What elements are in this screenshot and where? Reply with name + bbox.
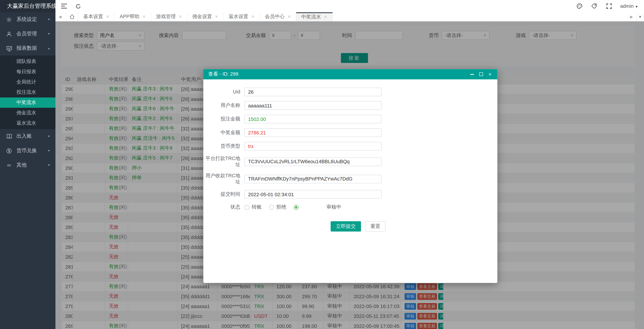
modal-body: Uid 26 用户名称 aaaaaa111 投注金额 1502.00 中奖金额 …	[203, 79, 498, 232]
submit-time-label: 提交时间	[203, 191, 244, 197]
sidebar-item-label: 货币兑换	[16, 147, 47, 154]
tab-close-icon[interactable]: ✕	[106, 14, 109, 19]
tab-label: 游戏管理	[156, 13, 176, 20]
user-trc-address-value: TRAFmDWNffKDy7nPpsyBPnPPAZYwAc7DdG	[248, 176, 352, 182]
tab-1[interactable]: APP帮助✕	[115, 12, 151, 21]
form-row-bet-amount: 投注金额 1502.00	[203, 115, 498, 123]
sidebar-item-0[interactable]: 系统设定▼	[0, 12, 56, 27]
uid-label: Uid	[203, 89, 244, 95]
sidebar-item-4[interactable]: 货币兑换▼	[0, 144, 56, 158]
tab-close-icon[interactable]: ✕	[251, 14, 254, 19]
sidebar-item-label: 系统设定	[16, 16, 47, 23]
user-trc-address-label: 用户收款TRC地址	[203, 173, 244, 185]
tab-6[interactable]: 中奖流水✕	[296, 12, 333, 21]
status-radio-group: 转账拒绝审核中	[244, 203, 341, 210]
tab-0[interactable]: 基本设置✕	[78, 12, 115, 21]
collapse-menu-icon[interactable]	[60, 2, 68, 11]
form-row-platform-trc-address: 平台打款TRC地址 TC3VvUUCxL2vRL1rLTW6eou14BBL6U…	[203, 155, 498, 168]
tab-close-icon[interactable]: ✕	[324, 15, 327, 20]
theme-palette-icon[interactable]	[575, 2, 584, 11]
platform-trc-address-input[interactable]: TC3VvUUCxL2vRL1rLTW6eou14BBL6UuBQq	[244, 157, 382, 166]
admin-user-menu[interactable]: admin ▼	[620, 3, 638, 9]
app-root: 大赢家后台管理系统 系统设定▼会员管理▼报表数据▲团队报表每日报表全局统计投注流…	[0, 0, 644, 329]
modal-title: 查看 - ID: 299	[208, 71, 466, 78]
tab-label: 佣金设置	[192, 13, 212, 20]
currency-type-input[interactable]: trx	[244, 142, 382, 151]
view-record-modal: 查看 - ID: 299 × Uid 26 用户名称 aaaaaa111	[203, 69, 498, 283]
tabs-scroll-left[interactable]: «	[56, 12, 66, 21]
radio-circle-icon	[269, 205, 274, 210]
sidebar-subitem[interactable]: 全局统计	[0, 77, 56, 87]
topbar-right: admin ▼	[569, 2, 638, 11]
tabs-scroll-right[interactable]: »	[626, 12, 636, 21]
sidebar-subitem[interactable]: 投注流水	[0, 87, 56, 97]
refresh-icon[interactable]	[74, 2, 82, 11]
user-icon	[6, 31, 12, 37]
modal-header: 查看 - ID: 299 ×	[203, 69, 498, 79]
chevron-down-icon: ▼	[47, 149, 50, 152]
platform-trc-address-label: 平台打款TRC地址	[203, 155, 244, 168]
radio-label: 转账	[252, 203, 262, 210]
sidebar-item-3[interactable]: 出入账▼	[0, 129, 56, 143]
ledger-icon	[6, 133, 12, 140]
form-row-user-trc-address: 用户收款TRC地址 TRAFmDWNffKDy7nPpsyBPnPPAZYwAc…	[203, 173, 498, 185]
sidebar-item-2[interactable]: 报表数据▲	[0, 41, 56, 56]
sidebar-subitem[interactable]: 每日报表	[0, 67, 56, 77]
tab-close-icon[interactable]: ✕	[178, 14, 182, 19]
fullscreen-icon[interactable]	[604, 2, 614, 11]
tabs-host: 基本设置✕APP帮助✕游戏管理✕佣金设置✕返水设置✕会员中心✕中奖流水✕	[78, 12, 332, 21]
tab-3[interactable]: 佣金设置✕	[187, 12, 224, 21]
username-input[interactable]: aaaaaa111	[244, 101, 382, 110]
status-label: 状态	[203, 204, 244, 210]
bet-amount-label: 投注金额	[203, 116, 244, 122]
sidebar-subitem[interactable]: 中奖流水	[0, 97, 56, 108]
uid-input[interactable]: 26	[244, 88, 382, 96]
home-tab-icon[interactable]	[66, 12, 78, 21]
radio-circle-icon	[294, 205, 298, 210]
status-radio-option[interactable]: 拒绝	[269, 203, 286, 210]
user-trc-address-input[interactable]: TRAFmDWNffKDy7nPpsyBPnPPAZYwAc7DdG	[244, 175, 382, 183]
reset-button[interactable]: 重置	[365, 221, 386, 232]
app-title: 大赢家后台管理系统	[0, 0, 56, 12]
form-row-username: 用户名称 aaaaaa111	[203, 101, 498, 110]
tab-label: 返水设置	[228, 13, 248, 20]
status-radio-selected[interactable]: 审核中	[294, 203, 341, 210]
currency-type-label: 货币类型	[203, 143, 244, 149]
submit-time-input[interactable]: 2022-05-01 02:34:01	[244, 190, 382, 199]
sidebar-subitem[interactable]: 返水流水	[0, 118, 56, 128]
sidebar-subitem[interactable]: 佣金流水	[0, 108, 56, 118]
sidebar-subitem[interactable]: 团队报表	[0, 56, 56, 67]
tabs-more-caret-icon[interactable]: ▼	[636, 12, 644, 21]
minimize-icon[interactable]	[468, 71, 475, 78]
status-radio-option[interactable]: 转账	[244, 203, 262, 210]
submit-button[interactable]: 立即提交	[330, 221, 361, 232]
sidebar-menu: 系统设定▼会员管理▼报表数据▲团队报表每日报表全局统计投注流水中奖流水佣金流水返…	[0, 12, 56, 172]
tab-close-icon[interactable]: ✕	[288, 14, 291, 19]
tab-4[interactable]: 返水设置✕	[224, 12, 260, 21]
chevron-down-icon: ▼	[47, 18, 50, 21]
form-row-submit-time: 提交时间 2022-05-01 02:34:01	[203, 190, 498, 199]
close-icon[interactable]: ×	[487, 71, 493, 78]
form-row-currency-type: 货币类型 trx	[203, 142, 498, 151]
admin-username: admin	[620, 3, 634, 9]
sidebar-item-label: 其他	[16, 162, 47, 168]
tab-close-icon[interactable]: ✕	[215, 14, 218, 19]
form-row-status: 状态 转账拒绝审核中	[203, 203, 498, 210]
username-label: 用户名称	[203, 102, 244, 108]
chevron-down-icon: ▼	[47, 33, 50, 36]
sidebar-item-5[interactable]: ∞其他▼	[0, 158, 56, 172]
topbar: admin ▼	[56, 0, 644, 12]
tab-2[interactable]: 游戏管理✕	[151, 12, 188, 21]
maximize-icon[interactable]	[478, 71, 484, 78]
tab-close-icon[interactable]: ✕	[142, 14, 146, 19]
tag-icon[interactable]	[590, 2, 599, 11]
tab-bar: « 基本设置✕APP帮助✕游戏管理✕佣金设置✕返水设置✕会员中心✕中奖流水✕ »…	[56, 12, 644, 21]
platform-trc-address-value: TC3VvUUCxL2vRL1rLTW6eou14BBL6UuBQq	[248, 159, 350, 164]
win-amount-input[interactable]: 2786.21	[244, 128, 382, 137]
bet-amount-input[interactable]: 1502.00	[244, 115, 382, 123]
sidebar-item-1[interactable]: 会员管理▼	[0, 27, 56, 41]
chevron-down-icon: ▼	[47, 164, 50, 167]
bet-amount-value: 1502.00	[248, 116, 266, 122]
win-amount-label: 中奖金额	[203, 130, 244, 136]
tab-5[interactable]: 会员中心✕	[260, 12, 296, 21]
